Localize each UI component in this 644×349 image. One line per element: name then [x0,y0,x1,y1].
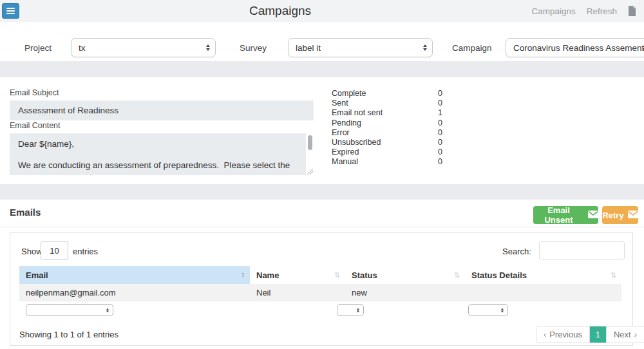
retry-button[interactable]: Retry [602,206,638,224]
hamburger-icon [6,8,15,9]
sort-icon: ⇅ [454,271,460,279]
page-length-select[interactable]: 10 [41,241,68,259]
column-header-email[interactable]: Email ↑ [19,266,250,284]
stat-row: Sent0 [332,99,442,108]
table-info: Showing 1 to 1 of 1 entries [19,330,118,339]
email-subject-label: Email Subject [10,88,59,97]
campaign-label: Campaign [452,43,492,53]
section-divider-band [0,184,644,200]
status-details-filter-select[interactable] [468,304,508,316]
stat-value: 0 [438,89,442,99]
previous-page-button[interactable]: ‹ Previous [536,326,589,343]
select-caret-icon [423,44,427,51]
hamburger-menu-button[interactable] [2,3,19,19]
email-subject-input[interactable]: Assessment of Readiness [10,100,314,120]
chevron-left-icon: ‹ [544,330,546,339]
next-page-button[interactable]: Next › [606,326,644,343]
email-unsent-button[interactable]: Email Unsent [533,206,598,224]
table-row[interactable]: neilpenman@gmail.com Neil new [19,284,621,301]
show-label: Show [21,247,43,256]
stat-row: Error0 [332,128,442,138]
top-bar: Campaigns Campaigns Refresh [0,0,644,22]
email-filter-select[interactable] [26,304,113,316]
stat-value: 0 [438,99,442,108]
project-label: Project [24,43,52,53]
column-header-status[interactable]: Status ⇅ [345,266,465,284]
search-input[interactable] [539,241,625,259]
sort-ascending-icon: ↑ [241,270,245,279]
select-caret-icon [357,308,359,312]
stat-value: 0 [438,128,442,138]
email-content-label: Email Content [10,121,61,130]
campaigns-page: Campaigns Campaigns Refresh Project tx S… [0,0,644,349]
stat-value: 1 [438,108,442,118]
chevron-right-icon: › [634,330,637,339]
pagination: ‹ Previous 1 Next › [536,326,644,343]
select-caret-icon [206,44,210,51]
top-nav: Campaigns Refresh [531,0,636,22]
stat-value: 0 [438,157,442,167]
stat-row: Complete0 [332,89,442,99]
search-label: Search: [502,247,531,256]
section-rule [0,227,644,227]
stat-row: Pending0 [332,118,442,128]
page-1-button[interactable]: 1 [589,326,606,343]
scrollbar-thumb[interactable] [308,135,312,150]
emails-section-title: Emails [10,207,41,218]
stat-value: 0 [438,118,442,128]
cell-status: new [352,284,367,301]
campaign-stats: Complete0 Sent0 Email not sent1 Pending0… [332,89,442,167]
survey-select[interactable]: label it [288,38,433,57]
stat-row: Manual0 [332,157,442,167]
sort-icon: ⇅ [611,271,616,279]
select-caret-icon [501,308,504,312]
stat-value: 0 [438,147,442,157]
envelope-icon [588,211,598,220]
stat-row: Unsubscribed0 [332,138,442,147]
sort-icon: ⇅ [334,271,340,279]
cell-name: Neil [256,284,270,301]
status-filter-select[interactable] [337,304,364,316]
envelope-icon [628,211,638,220]
entries-label: entries [73,247,98,256]
section-divider-band [0,61,644,77]
select-caret-icon [106,308,109,312]
file-icon[interactable] [628,6,636,16]
stat-row: Expired0 [332,147,442,157]
column-header-name[interactable]: Name ⇅ [250,266,345,284]
nav-link-campaigns[interactable]: Campaigns [531,6,575,16]
email-content-textarea[interactable]: Dear ${name}, We are conducting an asses… [10,133,314,175]
email-content-text: Dear ${name}, We are conducting an asses… [18,139,299,171]
survey-label: Survey [240,43,267,53]
nav-link-refresh[interactable]: Refresh [587,6,617,16]
campaign-select[interactable]: Coronavirus Readiness Assement [506,38,644,57]
stat-value: 0 [438,138,442,147]
stat-row: Email not sent1 [332,108,442,118]
page-title: Campaigns [249,4,311,18]
project-select[interactable]: tx [71,38,216,57]
column-header-status-details[interactable]: Status Details ⇅ [465,266,621,284]
cell-email: neilpenman@gmail.com [26,284,116,301]
resize-grip-icon[interactable] [307,169,313,174]
